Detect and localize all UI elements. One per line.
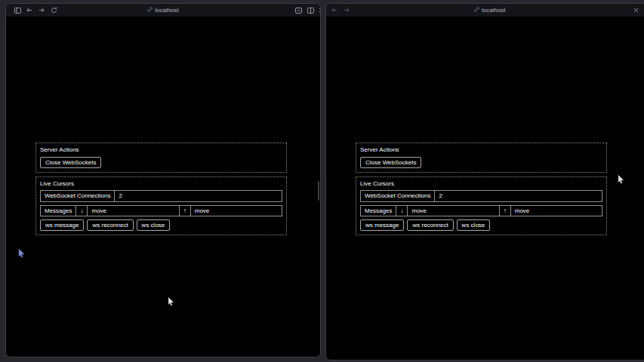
tab-overview-icon[interactable] xyxy=(294,6,303,14)
browser-window-left: localhost Server Actions Close WebSocket… xyxy=(5,3,321,357)
back-icon[interactable] xyxy=(25,6,34,14)
ws-buttons-row: ws message ws reconnect ws close xyxy=(40,219,282,231)
close-websockets-button[interactable]: Close WebSockets xyxy=(40,157,101,168)
server-actions-box: Server Actions Close WebSockets xyxy=(35,143,287,173)
ws-close-button[interactable]: ws close xyxy=(457,219,491,231)
back-icon[interactable] xyxy=(330,6,339,14)
ws-close-button[interactable]: ws close xyxy=(137,219,171,231)
remote-cursor-blue xyxy=(18,247,25,261)
messages-label: Messages xyxy=(361,206,396,216)
arrow-down-icon: ↓ xyxy=(76,206,88,216)
arrow-up-icon: ↑ xyxy=(500,206,511,216)
controls-panel: Server Actions Close WebSockets Live Cur… xyxy=(356,143,607,239)
messages-label: Messages xyxy=(41,206,76,216)
messages-row: Messages ↓ move ↑ move xyxy=(40,205,282,217)
connections-label: WebSocket Connections xyxy=(41,191,115,201)
url-text: localhost xyxy=(155,7,179,14)
ws-message-button[interactable]: ws message xyxy=(360,219,404,231)
server-actions-title: Server Actions xyxy=(40,146,282,154)
sidebar-toggle-icon[interactable] xyxy=(13,6,22,14)
forward-icon[interactable] xyxy=(37,6,46,14)
link-icon xyxy=(474,7,479,14)
ws-message-button[interactable]: ws message xyxy=(40,219,84,231)
ws-reconnect-button[interactable]: ws reconnect xyxy=(407,219,453,231)
reload-icon[interactable] xyxy=(49,6,58,14)
page-content: Server Actions Close WebSockets Live Cur… xyxy=(326,17,644,360)
close-icon[interactable] xyxy=(631,6,640,14)
link-icon xyxy=(147,7,153,14)
received-message-value: move xyxy=(88,206,179,216)
live-cursors-title: Live Cursors xyxy=(40,180,282,188)
arrow-up-icon: ↑ xyxy=(180,206,191,216)
address-title[interactable]: localhost xyxy=(147,7,179,14)
live-cursors-title: Live Cursors xyxy=(360,180,602,188)
close-websockets-button[interactable]: Close WebSockets xyxy=(360,157,421,168)
ws-buttons-row: ws message ws reconnect ws close xyxy=(360,219,602,231)
ws-reconnect-button[interactable]: ws reconnect xyxy=(87,219,133,231)
connections-value: 2 xyxy=(115,191,282,201)
messages-row: Messages ↓ move ↑ move xyxy=(360,205,602,217)
controls-panel: Server Actions Close WebSockets Live Cur… xyxy=(35,143,287,239)
scrollbar-thumb[interactable] xyxy=(318,181,319,201)
browser-window-right: localhost Server Actions Close WebSocket… xyxy=(325,3,644,360)
system-cursor xyxy=(168,296,174,309)
toolbar: localhost xyxy=(326,4,644,17)
forward-icon[interactable] xyxy=(342,6,351,14)
connections-label: WebSocket Connections xyxy=(361,191,435,201)
connections-value: 2 xyxy=(435,191,602,201)
server-actions-box: Server Actions Close WebSockets xyxy=(356,143,607,173)
sent-message-value: move xyxy=(191,206,282,216)
server-actions-title: Server Actions xyxy=(360,146,602,154)
split-view-icon[interactable] xyxy=(306,6,315,14)
received-message-value: move xyxy=(408,206,499,216)
arrow-down-icon: ↓ xyxy=(396,206,408,216)
connections-row: WebSocket Connections 2 xyxy=(40,190,282,202)
toolbar: localhost xyxy=(6,4,320,17)
page-content: Server Actions Close WebSockets Live Cur… xyxy=(6,17,320,357)
remote-cursor-white xyxy=(618,173,624,187)
url-text: localhost xyxy=(482,7,506,14)
address-title[interactable]: localhost xyxy=(474,7,506,14)
live-cursors-box: Live Cursors WebSocket Connections 2 Mes… xyxy=(35,176,287,236)
connections-row: WebSocket Connections 2 xyxy=(360,190,602,202)
close-icon[interactable] xyxy=(316,6,321,14)
live-cursors-box: Live Cursors WebSocket Connections 2 Mes… xyxy=(356,176,607,236)
sent-message-value: move xyxy=(511,206,602,216)
